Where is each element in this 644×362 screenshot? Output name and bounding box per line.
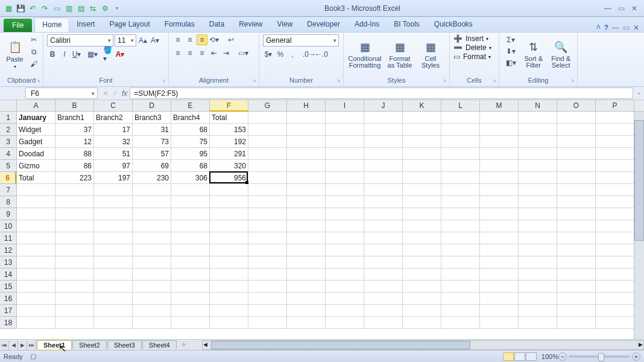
- cell[interactable]: [441, 148, 480, 160]
- column-header[interactable]: J: [364, 100, 403, 112]
- cell[interactable]: [480, 305, 519, 317]
- cell[interactable]: [287, 160, 326, 172]
- cell[interactable]: [248, 172, 287, 184]
- cell[interactable]: [133, 281, 171, 293]
- doc-minimize-icon[interactable]: —: [612, 24, 619, 32]
- cell[interactable]: [364, 268, 403, 281]
- cell[interactable]: [364, 124, 403, 136]
- cell[interactable]: [287, 112, 326, 124]
- cell[interactable]: [133, 232, 171, 244]
- find-select-button[interactable]: 🔍Find & Select: [549, 34, 574, 74]
- cell[interactable]: [326, 208, 364, 220]
- cell[interactable]: [133, 184, 171, 196]
- row-header[interactable]: 17: [0, 305, 16, 317]
- cell[interactable]: [596, 172, 634, 184]
- cell[interactable]: [441, 196, 480, 208]
- cell[interactable]: [441, 208, 480, 220]
- column-header[interactable]: O: [557, 100, 596, 112]
- cell[interactable]: [210, 196, 248, 208]
- cell[interactable]: Branch3: [133, 112, 171, 124]
- cell[interactable]: [441, 293, 480, 305]
- cell[interactable]: 230: [133, 172, 171, 184]
- cell[interactable]: [441, 317, 480, 329]
- cell[interactable]: [171, 317, 210, 329]
- delete-cells-button[interactable]: ➖Delete▾: [453, 43, 491, 52]
- sheet-tab[interactable]: Sheet3: [107, 340, 142, 349]
- cell[interactable]: 17: [94, 124, 133, 136]
- cell[interactable]: [364, 244, 403, 256]
- enter-formula-icon[interactable]: ✓: [112, 89, 118, 98]
- cell[interactable]: 37: [55, 124, 94, 136]
- qat5-icon[interactable]: ▥: [64, 4, 74, 13]
- decrease-decimal-button[interactable]: ←.0: [316, 49, 327, 60]
- cell[interactable]: [210, 256, 248, 268]
- cell[interactable]: [248, 184, 287, 196]
- column-header[interactable]: M: [480, 100, 519, 112]
- cell[interactable]: [519, 184, 557, 196]
- align-top-button[interactable]: ≡: [172, 34, 183, 45]
- cell[interactable]: [480, 124, 519, 136]
- cell[interactable]: 68: [171, 160, 210, 172]
- shrink-font-button[interactable]: A▾: [150, 35, 160, 46]
- cell[interactable]: [403, 268, 441, 281]
- cell[interactable]: [364, 196, 403, 208]
- cell[interactable]: 31: [133, 124, 171, 136]
- cell[interactable]: [557, 281, 596, 293]
- cell[interactable]: [441, 232, 480, 244]
- cell[interactable]: 73: [133, 136, 171, 148]
- format-painter-button[interactable]: 🖌: [28, 59, 39, 69]
- cell[interactable]: [326, 196, 364, 208]
- cell[interactable]: [326, 293, 364, 305]
- row-header[interactable]: 2: [0, 124, 16, 136]
- cell[interactable]: [557, 196, 596, 208]
- sheet-nav-last[interactable]: ⏭: [27, 340, 36, 350]
- italic-button[interactable]: I: [59, 49, 70, 60]
- cell[interactable]: [557, 124, 596, 136]
- cell[interactable]: [557, 293, 596, 305]
- cell[interactable]: [55, 184, 94, 196]
- row-header[interactable]: 4: [0, 148, 16, 160]
- cell[interactable]: [248, 208, 287, 220]
- cell[interactable]: 192: [210, 136, 248, 148]
- cell[interactable]: [519, 293, 557, 305]
- row-header[interactable]: 14: [0, 268, 16, 281]
- cell[interactable]: Branch1: [55, 112, 94, 124]
- cell[interactable]: [17, 305, 55, 317]
- cell[interactable]: [133, 256, 171, 268]
- cell[interactable]: [519, 317, 557, 329]
- tab-bi-tools[interactable]: BI Tools: [387, 17, 426, 32]
- cell[interactable]: [519, 136, 557, 148]
- cell[interactable]: [287, 208, 326, 220]
- cell[interactable]: 956: [210, 172, 248, 184]
- cell[interactable]: [94, 268, 133, 281]
- cell[interactable]: [210, 268, 248, 281]
- cell[interactable]: [248, 136, 287, 148]
- cell[interactable]: [55, 232, 94, 244]
- row-header[interactable]: 5: [0, 160, 16, 172]
- redo-icon[interactable]: ↷: [40, 4, 49, 13]
- cell[interactable]: [364, 256, 403, 268]
- cell[interactable]: [596, 232, 634, 244]
- cell[interactable]: [519, 244, 557, 256]
- cell[interactable]: [557, 220, 596, 232]
- copy-button[interactable]: ⧉: [28, 46, 39, 57]
- cell[interactable]: [480, 208, 519, 220]
- cell[interactable]: [287, 196, 326, 208]
- cell[interactable]: [248, 112, 287, 124]
- conditional-formatting-button[interactable]: ▦Conditional Formatting: [347, 34, 382, 74]
- cell[interactable]: [287, 256, 326, 268]
- horizontal-scrollbar[interactable]: ◀ ▶: [202, 340, 644, 350]
- row-header[interactable]: 15: [0, 281, 16, 293]
- format-cells-button[interactable]: ▭Format▾: [453, 52, 491, 61]
- cell[interactable]: [441, 281, 480, 293]
- tab-insert[interactable]: Insert: [69, 17, 102, 32]
- cell[interactable]: [55, 244, 94, 256]
- cell[interactable]: [17, 256, 55, 268]
- cell[interactable]: [94, 196, 133, 208]
- cell[interactable]: [480, 172, 519, 184]
- cell[interactable]: [94, 232, 133, 244]
- cell[interactable]: [441, 172, 480, 184]
- cell[interactable]: [364, 220, 403, 232]
- cell[interactable]: [326, 220, 364, 232]
- cell[interactable]: [441, 124, 480, 136]
